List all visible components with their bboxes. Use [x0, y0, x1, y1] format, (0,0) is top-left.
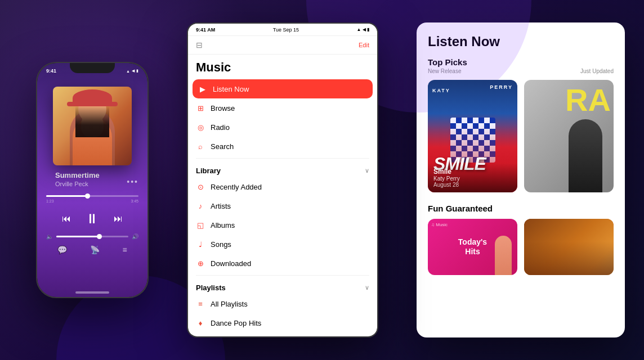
fun-card-todays-hits[interactable]: ♫ Music Today's Hits: [428, 219, 517, 275]
volume-bar[interactable]: [56, 236, 128, 237]
radio-icon: ◎: [196, 123, 205, 132]
volume-fill: [56, 236, 100, 237]
ipad-screen: 9:41 AM Tue Sep 15 ▲ ◀ ▮ ⊟ Edit Music ▶ …: [188, 24, 377, 336]
song-info: Summertime Orville Peck: [46, 171, 127, 187]
fun-row: ♫ Music Today's Hits: [428, 219, 614, 275]
fun-card-2-gradient: [524, 241, 614, 275]
listen-now-label: Listen Now: [213, 85, 249, 93]
queue-button[interactable]: ≡: [123, 245, 127, 254]
katy-perry-header: KATY PERRY: [428, 80, 517, 99]
songs-icon: ♩: [196, 240, 205, 249]
sidebar-item-albums[interactable]: ◱ Albums: [188, 215, 377, 235]
sidebar-item-alt-ctrl[interactable]: ★ ALT-CTRL: [188, 332, 377, 336]
radio-label: Radio: [211, 123, 230, 132]
listen-now-content: Listen Now Top Picks New Release Just Up…: [417, 22, 625, 338]
dance-pop-icon: ♦: [196, 318, 205, 327]
ipad-time: 9:41 AM: [196, 27, 215, 33]
divider-1: [196, 158, 369, 159]
fun-card-2[interactable]: [524, 219, 614, 275]
just-updated-text: Just Updated: [580, 68, 614, 74]
ipad-device: 9:41 AM Tue Sep 15 ▲ ◀ ▮ ⊟ Edit Music ▶ …: [187, 22, 378, 338]
sidebar-item-browse[interactable]: ⊞ Browse: [188, 98, 377, 118]
sidebar-item-artists[interactable]: ♪ Artists: [188, 196, 377, 215]
new-release-label: New Release Just Updated: [428, 68, 614, 74]
downloaded-label: Downloaded: [211, 259, 251, 268]
figure-fringe: [75, 106, 109, 137]
ipad-status-icons: ▲ ◀ ▮: [357, 27, 369, 32]
album-info-overlay: Smile Katy Perry August 28: [428, 163, 517, 192]
album-name: Smile: [433, 168, 512, 176]
all-playlists-label: All Playlists: [211, 300, 248, 308]
ipad-power-btn: [377, 69, 378, 91]
playlists-title: Playlists: [196, 284, 226, 292]
listen-now-icon: ▶: [198, 84, 207, 93]
progress-fill: [46, 195, 88, 197]
listen-now-panel: Listen Now Top Picks New Release Just Up…: [417, 22, 625, 338]
time-total: 3:45: [131, 199, 138, 203]
playlists-section-header: Playlists ∨: [188, 278, 377, 294]
albums-row: KATY PERRY SMILE Smile Katy Perry: [428, 80, 614, 192]
volume-high-icon: 🔊: [132, 233, 138, 240]
sidebar-item-recently-added[interactable]: ⊙ Recently Added: [188, 177, 377, 196]
sidebar-item-listen-now[interactable]: ▶ Listen Now: [193, 79, 373, 98]
fast-forward-button[interactable]: ⏭: [114, 214, 123, 224]
song-title: Summertime: [55, 171, 118, 179]
just-updated-badge: [524, 80, 614, 84]
library-chevron-icon[interactable]: ∨: [365, 167, 369, 174]
ra-album-bg: RA: [524, 80, 614, 192]
volume-low-icon: 🔈: [46, 233, 53, 240]
progress-bar[interactable]: [46, 195, 138, 197]
edit-button[interactable]: Edit: [359, 42, 369, 48]
rewind-button[interactable]: ⏮: [62, 214, 71, 224]
album-date: August 28: [433, 182, 512, 188]
ra-big-text: RA: [565, 84, 611, 116]
bottom-controls: 💬 📡 ≡: [37, 242, 147, 258]
song-artist: Orville Peck: [55, 181, 118, 187]
sidebar-item-downloaded[interactable]: ⊕ Downloaded: [188, 254, 377, 273]
browse-label: Browse: [211, 104, 235, 112]
todays-hits-text: Today's Hits: [458, 237, 487, 256]
airplay-button[interactable]: 📡: [90, 245, 100, 254]
recently-added-icon: ⊙: [196, 182, 205, 191]
songs-label: Songs: [211, 240, 231, 249]
sidebar-item-dance-pop-hits[interactable]: ♦ Dance Pop Hits: [188, 313, 377, 332]
todays-line2: Hits: [458, 247, 487, 256]
ra-figure: [569, 119, 602, 192]
playlists-chevron-icon[interactable]: ∨: [365, 284, 369, 291]
song-info-row: Summertime Orville Peck •••: [37, 171, 147, 192]
iphone-notch: [70, 63, 115, 73]
library-section-header: Library ∨: [188, 161, 377, 177]
sidebar-toggle-icon[interactable]: ⊟: [196, 40, 203, 50]
lyrics-button[interactable]: 💬: [57, 245, 67, 254]
downloaded-icon: ⊕: [196, 259, 205, 268]
ipad-sidebar: Music ▶ Listen Now ⊞ Browse ◎ Radio: [188, 55, 377, 336]
sidebar-item-all-playlists[interactable]: ≡ All Playlists: [188, 294, 377, 313]
album-art-hat: [73, 89, 112, 106]
sidebar-item-search[interactable]: ⌕ Search: [188, 137, 377, 156]
sidebar-music-title: Music: [188, 55, 377, 79]
progress-area: 1:23 3:45: [37, 192, 147, 206]
sidebar-item-songs[interactable]: ♩ Songs: [188, 235, 377, 254]
top-picks-label: Top Picks: [428, 57, 614, 67]
iphone-status-icons: ▲ ◀ ▮: [126, 69, 138, 73]
time-elapsed: 1:23: [46, 199, 54, 203]
todays-line1: Today's: [458, 237, 487, 247]
iphone-power-btn: [147, 114, 149, 142]
all-playlists-icon: ≡: [196, 299, 205, 308]
search-label: Search: [211, 142, 234, 151]
ipad-header: ⊟ Edit: [188, 36, 377, 55]
play-pause-button[interactable]: ⏸: [82, 209, 102, 229]
new-release-text: New Release: [428, 68, 461, 74]
search-icon: ⌕: [196, 142, 205, 151]
library-title: Library: [196, 166, 221, 175]
ipad-content: ⊟ Edit Music ▶ Listen Now ⊞ Browse: [188, 36, 377, 336]
album-card-smile[interactable]: KATY PERRY SMILE Smile Katy Perry: [428, 80, 517, 192]
fun-figure: [495, 236, 512, 275]
album-card-ra[interactable]: RA: [524, 80, 614, 192]
artists-icon: ♪: [196, 201, 205, 210]
more-options-button[interactable]: •••: [127, 177, 138, 186]
listen-now-title: Listen Now: [428, 34, 614, 50]
artists-label: Artists: [211, 202, 231, 210]
sidebar-item-radio[interactable]: ◎ Radio: [188, 118, 377, 137]
divider-2: [196, 275, 369, 276]
